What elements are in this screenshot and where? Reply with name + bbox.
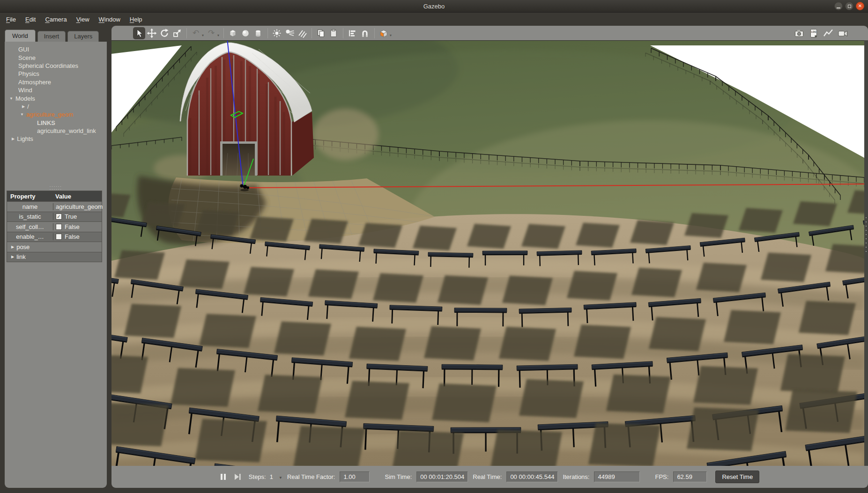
titlebar: Gazebo ✕ <box>0 0 868 13</box>
step-button[interactable] <box>234 473 241 480</box>
rotate-icon <box>159 28 170 38</box>
simulation-scene <box>111 41 864 466</box>
view-angle-caret-icon[interactable]: ▾ <box>390 33 392 37</box>
close-button[interactable]: ✕ <box>856 2 864 10</box>
splitter-dots-icon <box>866 217 867 253</box>
camera-icon <box>794 28 805 38</box>
tree-item-agriculture-geom[interactable]: ▼agriculture_geom <box>5 110 107 118</box>
menu-file[interactable]: File <box>6 16 16 23</box>
tree-item-links-header: LINKS <box>5 119 107 127</box>
property-group-link[interactable]: ▶link <box>7 252 102 262</box>
view-angle-button[interactable] <box>378 27 390 39</box>
plot-button[interactable] <box>822 27 834 39</box>
toolbar-separator <box>374 28 375 38</box>
spot-light-icon <box>284 28 295 38</box>
expander-right-icon[interactable]: ▶ <box>22 104 25 109</box>
cursor-arrow-icon <box>134 28 144 38</box>
rotate-tool-button[interactable] <box>158 27 171 39</box>
rtf-field: 1.00 <box>340 471 370 482</box>
copy-icon <box>316 28 326 38</box>
copy-button[interactable] <box>315 27 327 39</box>
property-row-name: name agriculture_geom <box>7 201 102 212</box>
align-button[interactable] <box>346 27 358 39</box>
tree-item-gui[interactable]: GUI <box>5 45 107 53</box>
log-recording-button[interactable]: LOG <box>808 27 820 39</box>
tree-item-wind[interactable]: Wind <box>5 86 107 94</box>
expander-down-icon[interactable]: ▼ <box>9 96 13 101</box>
rtf-label: Real Time Factor: <box>287 473 335 480</box>
tab-insert[interactable]: Insert <box>37 31 66 42</box>
tree-item-physics[interactable]: Physics <box>5 70 107 78</box>
snap-button[interactable] <box>359 27 371 39</box>
expander-right-icon[interactable]: ▶ <box>11 255 14 259</box>
minimize-button[interactable] <box>834 2 843 10</box>
translate-tool-button[interactable] <box>146 27 158 39</box>
tree-item-atmosphere[interactable]: Atmosphere <box>5 78 107 86</box>
expander-right-icon[interactable]: ▶ <box>12 137 15 141</box>
simulation-statusbar: Steps: 1 ▼ Real Time Factor: 1.00 Sim Ti… <box>111 466 868 488</box>
tab-layers[interactable]: Layers <box>67 31 99 42</box>
spot-light-button[interactable] <box>283 27 296 39</box>
checkbox-checked[interactable]: ✓ <box>56 213 62 220</box>
point-light-button[interactable] <box>271 27 283 39</box>
insert-cylinder-button[interactable] <box>252 27 264 39</box>
tree-item-models[interactable]: ▼Models <box>5 94 107 102</box>
right-splitter[interactable] <box>864 40 868 466</box>
menu-window[interactable]: Window <box>99 16 120 23</box>
select-tool-button[interactable] <box>133 27 145 39</box>
sim-time-label: Sim Time: <box>385 473 412 480</box>
insert-box-button[interactable] <box>227 27 239 39</box>
paste-button[interactable] <box>327 27 340 39</box>
toolbar-separator <box>223 28 224 38</box>
minimize-icon <box>837 7 840 8</box>
log-file-icon: LOG <box>809 28 819 38</box>
redo-history-caret-icon[interactable]: ▾ <box>217 33 219 37</box>
svg-text:LOG: LOG <box>811 30 816 33</box>
undo-button[interactable]: ↶ <box>190 27 202 39</box>
menu-camera[interactable]: Camera <box>45 16 67 23</box>
close-icon: ✕ <box>858 4 862 8</box>
pause-button[interactable] <box>220 473 227 480</box>
menu-edit[interactable]: Edit <box>25 16 36 23</box>
steps-label: Steps: <box>249 473 266 480</box>
tree-item-spherical-coordinates[interactable]: Spherical Coordinates <box>5 62 107 70</box>
toolbar-separator <box>343 28 343 38</box>
toolbar-separator <box>267 28 268 38</box>
directional-light-button[interactable] <box>296 27 308 39</box>
tree-item-agriculture-world-link[interactable]: agriculture_world_link <box>5 127 107 135</box>
video-camera-icon <box>837 28 848 38</box>
property-row-enable-wind: enable_… False <box>7 232 102 242</box>
toolbar: ↶ ▾ ↷ ▾ ▾ <box>111 26 868 40</box>
tree-item-root-model[interactable]: ▶/ <box>5 103 107 110</box>
panel-splitter-handle[interactable]: ············ <box>5 185 107 191</box>
tree-item-scene[interactable]: Scene <box>5 53 107 61</box>
property-table-header: Property Value <box>7 191 102 201</box>
menu-view[interactable]: View <box>76 16 89 23</box>
insert-sphere-button[interactable] <box>239 27 252 39</box>
reset-time-button[interactable]: Reset Time <box>715 471 759 483</box>
iterations-label: Iterations: <box>563 473 589 480</box>
expander-down-icon[interactable]: ▼ <box>20 112 24 117</box>
redo-button[interactable]: ↷ <box>205 27 217 39</box>
tree-item-lights[interactable]: ▶Lights <box>5 135 107 143</box>
step-forward-icon <box>234 473 241 480</box>
property-group-pose[interactable]: ▶pose <box>7 242 102 252</box>
tab-world[interactable]: World <box>5 29 36 42</box>
move-icon <box>147 28 157 38</box>
checkbox-unchecked[interactable] <box>56 224 62 230</box>
menubar: File Edit Camera View Window Help <box>0 13 868 25</box>
checkbox-unchecked[interactable] <box>56 234 62 240</box>
restore-button[interactable] <box>845 2 853 10</box>
expander-right-icon[interactable]: ▶ <box>11 245 14 249</box>
record-video-button[interactable] <box>837 27 849 39</box>
steps-value[interactable]: 1 <box>270 473 273 480</box>
render-viewport[interactable] <box>111 40 864 466</box>
menu-help[interactable]: Help <box>130 16 142 23</box>
cylinder-icon <box>253 28 263 38</box>
scale-tool-button[interactable] <box>171 27 183 39</box>
steps-dropdown-icon[interactable]: ▼ <box>279 476 282 480</box>
gazebo-window: Gazebo ✕ File Edit Camera View Window He… <box>0 0 868 493</box>
undo-history-caret-icon[interactable]: ▾ <box>202 33 204 37</box>
screenshot-button[interactable] <box>793 27 805 39</box>
property-row-self-collide: self_coll… False <box>7 221 102 232</box>
